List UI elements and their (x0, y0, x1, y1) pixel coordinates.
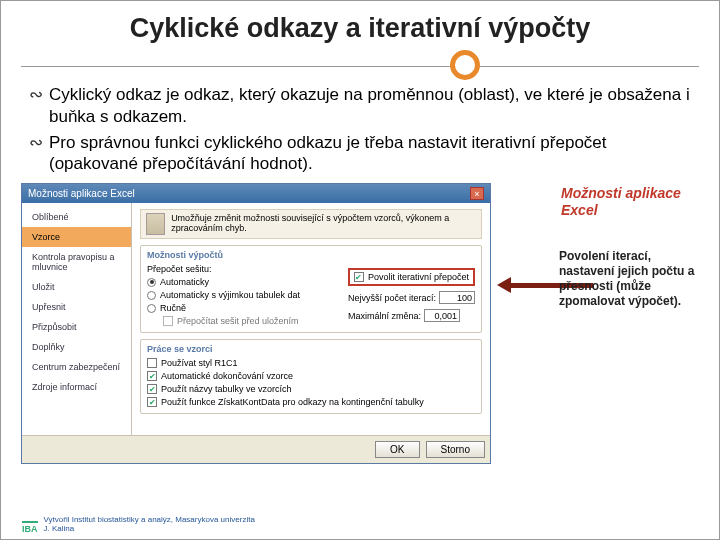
check-enable-iterative[interactable]: Povolit iterativní přepočet (354, 272, 469, 282)
decor-circle (450, 50, 480, 80)
callout-iteration: Povolení iterací, nastavení jejich počtu… (559, 249, 699, 309)
group-title: Práce se vzorci (147, 344, 475, 354)
page-title: Cyklické odkazy a iterativní výpočty (21, 13, 699, 44)
title-divider (21, 50, 699, 84)
radio-manual[interactable]: Ručně (147, 303, 300, 313)
highlight-iterative: Povolit iterativní přepočet (348, 268, 475, 286)
check-autocomplete[interactable]: Automatické dokončování vzorce (147, 371, 475, 381)
bullet-item: ∾Cyklický odkaz je odkaz, který okazuje … (29, 84, 691, 128)
body-text: ∾Cyklický odkaz je odkaz, který okazuje … (21, 84, 699, 175)
group-title: Možnosti výpočtů (147, 250, 475, 260)
nav-item-resources[interactable]: Zdroje informací (22, 377, 131, 397)
nav-item-save[interactable]: Uložit (22, 277, 131, 297)
bullet-text: Cyklický odkaz je odkaz, který okazuje n… (49, 84, 691, 128)
logo-iba: IBA (22, 521, 38, 534)
nav-item-trust[interactable]: Centrum zabezpečení (22, 357, 131, 377)
check-getpivotdata[interactable]: Použít funkce ZískatKontData pro odkazy … (147, 397, 475, 407)
radio-auto[interactable]: Automaticky (147, 277, 300, 287)
footer-line1: Vytvořil Institut biostatistiky a analýz… (44, 516, 255, 525)
dialog-title-text: Možnosti aplikace Excel (28, 188, 135, 199)
slide-footer: IBA Vytvořil Institut biostatistiky a an… (22, 516, 255, 534)
nav-item-formulas[interactable]: Vzorce (22, 227, 131, 247)
group-formula-work: Práce se vzorci Používat styl R1C1 Autom… (140, 339, 482, 414)
formula-icon (146, 213, 165, 235)
info-text: Umožňuje změnit možnosti související s v… (171, 213, 476, 235)
ok-button[interactable]: OK (375, 441, 419, 458)
nav-item-advanced[interactable]: Upřesnit (22, 297, 131, 317)
max-iter-input[interactable] (439, 291, 475, 304)
dialog-nav: Oblíbené Vzorce Kontrola pravopisu a mlu… (22, 203, 132, 435)
nav-item-addins[interactable]: Doplňky (22, 337, 131, 357)
recalc-label: Přepočet sešitu: (147, 264, 300, 274)
close-icon[interactable]: × (470, 187, 484, 200)
check-r1c1[interactable]: Používat styl R1C1 (147, 358, 475, 368)
dialog-titlebar: Možnosti aplikace Excel × (22, 184, 490, 203)
footer-line2: J. Kalina (44, 525, 255, 534)
max-change-input[interactable] (424, 309, 460, 322)
excel-options-dialog: Možnosti aplikace Excel × Oblíbené Vzorc… (21, 183, 491, 464)
max-change-label: Maximální změna: (348, 311, 421, 321)
callout-options: Možnosti aplikace Excel (561, 185, 689, 219)
check-recalc-before-save: Přepočítat sešit před uložením (163, 316, 300, 326)
radio-auto-except[interactable]: Automaticky s výjimkou tabulek dat (147, 290, 300, 300)
nav-item-customize[interactable]: Přizpůsobit (22, 317, 131, 337)
max-iter-label: Nejvyšší počet iterací: (348, 293, 436, 303)
cancel-button[interactable]: Storno (426, 441, 485, 458)
check-table-names[interactable]: Použít názvy tabulky ve vzorcích (147, 384, 475, 394)
group-calculation: Možnosti výpočtů Přepočet sešitu: Automa… (140, 245, 482, 333)
info-banner: Umožňuje změnit možnosti související s v… (140, 209, 482, 239)
bullet-item: ∾Pro správnou funkci cyklického odkazu j… (29, 132, 691, 176)
nav-item-popular[interactable]: Oblíbené (22, 207, 131, 227)
nav-item-proofing[interactable]: Kontrola pravopisu a mluvnice (22, 247, 131, 277)
bullet-text: Pro správnou funkci cyklického odkazu je… (49, 132, 691, 176)
